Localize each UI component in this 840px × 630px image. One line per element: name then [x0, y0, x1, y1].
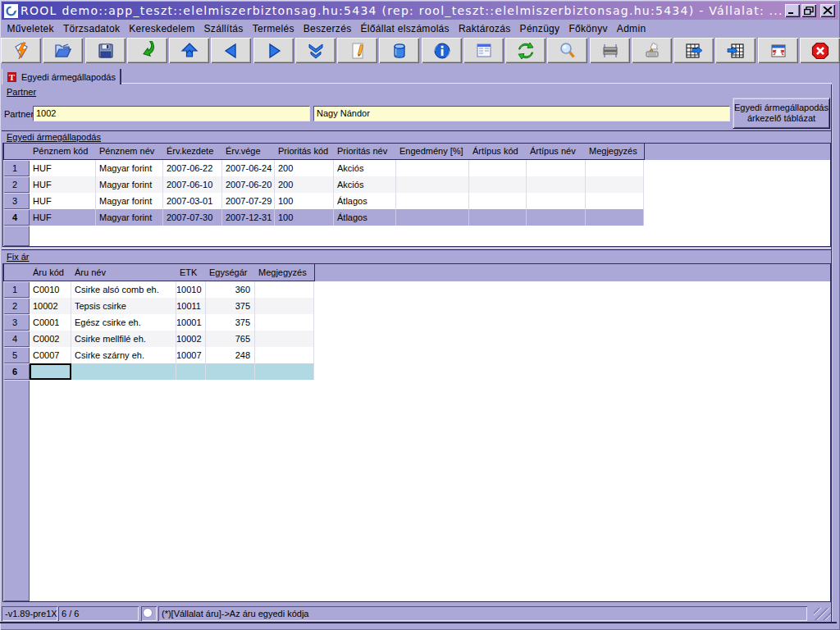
cell-r6-c5[interactable] — [255, 363, 314, 380]
cell-r1-c8[interactable] — [469, 160, 527, 176]
cell-r2-c6[interactable]: Akciós — [334, 176, 396, 193]
cell-r1-c9[interactable] — [527, 160, 586, 176]
resize-grip[interactable] — [814, 608, 831, 620]
cell-r1-c1[interactable]: HUF — [30, 160, 96, 176]
cell-r2-c2[interactable]: Magyar forint — [96, 176, 163, 193]
cell-r1-c7[interactable] — [396, 160, 469, 176]
row-number-4[interactable]: 4 — [3, 331, 30, 347]
column-header-2[interactable]: Áru név — [71, 264, 177, 281]
row-number-3[interactable]: 3 — [3, 193, 30, 209]
cell-r2-c1[interactable]: 10002 — [30, 298, 71, 314]
cell-r2-c9[interactable] — [527, 176, 586, 193]
open-button[interactable] — [43, 38, 83, 63]
menu-termel-s[interactable]: Termelés — [248, 23, 299, 34]
cell-r5-c4[interactable]: 248 — [206, 347, 255, 363]
cell-r2-c1[interactable]: HUF — [30, 176, 96, 193]
import-table-button[interactable] — [715, 38, 756, 63]
cell-r1-c4[interactable]: 360 — [206, 281, 255, 298]
row-number-3[interactable]: 3 — [3, 314, 30, 331]
cell-r1-c3[interactable]: 2007-06-22 — [163, 160, 222, 176]
cell-r4-c8[interactable] — [469, 209, 527, 226]
cell-r5-c5[interactable] — [255, 347, 314, 363]
cell-r4-c3[interactable]: 10002 — [176, 331, 206, 347]
cell-r1-c1[interactable]: C0010 — [30, 281, 71, 298]
search-button[interactable] — [547, 38, 587, 63]
cell-r3-c2[interactable]: Egész csirke eh. — [71, 314, 176, 331]
cell-r1-c3[interactable]: 10010 — [176, 281, 206, 298]
minimize-button[interactable] — [785, 4, 800, 17]
column-header-7[interactable]: Engedmény [%] — [396, 144, 470, 160]
cell-r1-c10[interactable] — [586, 160, 644, 176]
menu-admin[interactable]: Admin — [612, 23, 651, 34]
cell-r4-c1[interactable]: HUF — [30, 209, 96, 226]
menu-rakt-roz-s[interactable]: Raktározás — [454, 23, 515, 34]
column-header-2[interactable]: Pénznem név — [96, 144, 164, 160]
partner-name-field[interactable]: Nagy Nándor — [313, 106, 730, 121]
column-header-5[interactable]: Prioritás kód — [275, 144, 335, 160]
export-table-button[interactable] — [673, 38, 714, 63]
cell-r1-c2[interactable]: Csirke alsó comb eh. — [71, 281, 176, 298]
menu-p-nz-gy[interactable]: Pénzügy — [515, 23, 564, 34]
cell-r3-c9[interactable] — [527, 193, 586, 209]
cell-r1-c2[interactable]: Magyar forint — [96, 160, 163, 176]
cell-r6-c1[interactable] — [30, 363, 71, 380]
last-record-button[interactable] — [295, 38, 336, 63]
cell-r3-c1[interactable]: C0001 — [30, 314, 71, 331]
cell-r3-c5[interactable] — [255, 314, 314, 331]
save-button[interactable] — [85, 38, 126, 63]
cell-r3-c2[interactable]: Magyar forint — [96, 193, 163, 209]
menu-beszerz-s[interactable]: Beszerzés — [299, 23, 356, 34]
column-header-9[interactable]: Ártípus név — [527, 144, 587, 160]
edit-button[interactable] — [337, 38, 377, 63]
first-record-button[interactable] — [169, 38, 209, 63]
cell-r2-c5[interactable] — [255, 298, 314, 314]
cell-r3-c6[interactable]: Átlagos — [334, 193, 396, 209]
partner-code-field[interactable]: 1002 — [33, 106, 310, 121]
cell-r5-c2[interactable]: Csirke szárny eh. — [71, 347, 176, 363]
column-header-5[interactable]: Megjegyzés — [255, 264, 315, 281]
cell-r6-c3[interactable] — [176, 363, 206, 380]
cell-r2-c2[interactable]: Tepsis csirke — [71, 298, 176, 314]
cell-r5-c1[interactable]: C0007 — [30, 347, 71, 363]
column-header-4[interactable]: Egységár — [206, 264, 256, 281]
next-record-button[interactable] — [253, 38, 294, 63]
cell-r1-c5[interactable] — [255, 281, 314, 298]
window-layout-button[interactable] — [758, 38, 798, 63]
column-header-3[interactable]: ETK — [176, 264, 207, 281]
cell-r4-c4[interactable]: 2007-12-31 — [222, 209, 275, 226]
restore-button[interactable] — [801, 4, 816, 17]
menu-m-veletek[interactable]: Műveletek — [2, 23, 58, 34]
cell-r2-c8[interactable] — [469, 176, 527, 193]
cell-r6-c2[interactable] — [71, 363, 176, 380]
menu-f-k-nyv[interactable]: Főkönyv — [564, 23, 612, 34]
column-header-8[interactable]: Ártípus kód — [469, 144, 527, 160]
exit-button[interactable] — [800, 38, 840, 63]
close-button[interactable] — [820, 4, 835, 17]
refresh-button[interactable] — [505, 38, 546, 63]
row-number-1[interactable]: 1 — [3, 160, 30, 176]
cell-r6-c4[interactable] — [206, 363, 255, 380]
cell-r1-c6[interactable]: Akciós — [334, 160, 396, 176]
cell-r2-c3[interactable]: 10011 — [176, 298, 206, 314]
cell-r4-c9[interactable] — [527, 209, 586, 226]
cell-r3-c10[interactable] — [586, 193, 644, 209]
row-number-1[interactable]: 1 — [3, 281, 30, 298]
database-button[interactable] — [379, 38, 419, 63]
cell-r2-c7[interactable] — [396, 176, 469, 193]
cell-r4-c4[interactable]: 765 — [206, 331, 255, 347]
cell-r4-c5[interactable] — [255, 331, 314, 347]
cell-r1-c4[interactable]: 2007-06-24 — [222, 160, 275, 176]
info-button[interactable] — [422, 38, 462, 63]
cell-r4-c10[interactable] — [586, 209, 644, 226]
column-header-10[interactable]: Megjegyzés — [586, 144, 645, 160]
cell-r4-c3[interactable]: 2007-07-30 — [163, 209, 222, 226]
price-table-button[interactable]: Egyedi ármegállapodás árkezelő táblázat — [733, 98, 830, 129]
column-header-6[interactable]: Prioritás név — [334, 144, 397, 160]
execute-button[interactable] — [1, 38, 41, 63]
row-number-4[interactable]: 4 — [3, 209, 30, 226]
cell-r4-c2[interactable]: Magyar forint — [96, 209, 163, 226]
row-view-button[interactable] — [590, 38, 630, 63]
column-header-4[interactable]: Érv.vége — [222, 144, 276, 160]
menu--l-llat-elsz-mol-s[interactable]: Élőállat elszámolás — [356, 23, 454, 34]
cell-r3-c4[interactable]: 375 — [206, 314, 255, 331]
